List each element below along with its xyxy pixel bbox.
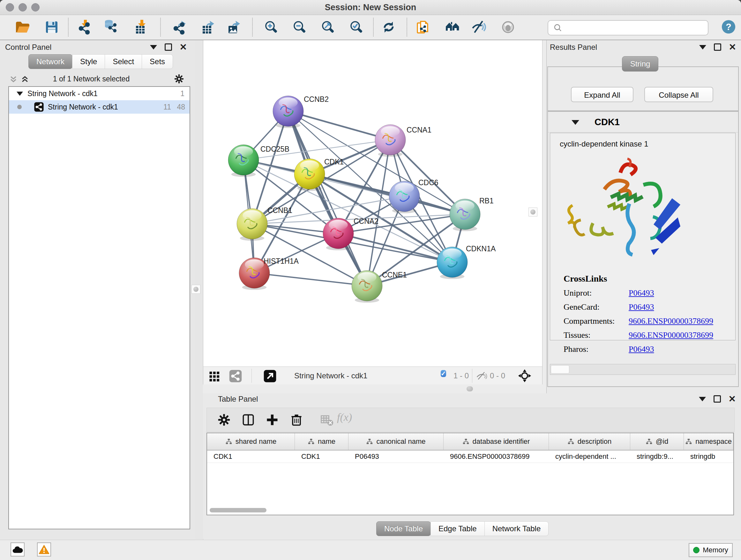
refresh-view-button[interactable]: [381, 19, 396, 35]
protein-details: cyclin-dependent kinase 1: [550, 133, 736, 340]
results-panel-float-icon[interactable]: [714, 44, 721, 51]
tab-network[interactable]: Network: [28, 54, 72, 69]
network-node-CCNA2[interactable]: CCNA2: [323, 217, 379, 250]
import-table-button[interactable]: [134, 19, 149, 35]
table-scrollbar[interactable]: [209, 507, 729, 513]
table-cell[interactable]: stringdb: [684, 450, 733, 462]
zoom-in-button[interactable]: [264, 19, 279, 35]
results-panel-close-icon[interactable]: ✕: [729, 44, 736, 51]
table-scroll-thumb[interactable]: [210, 508, 266, 512]
table-cell[interactable]: CDK1: [295, 450, 348, 462]
tab-node-table[interactable]: Node Table: [376, 521, 431, 536]
delete-column-trash-icon[interactable]: [289, 413, 304, 427]
table-panel-close-icon[interactable]: ✕: [729, 396, 736, 402]
expand-all-button[interactable]: Expand All: [571, 87, 633, 102]
protein-collapse-icon[interactable]: [571, 120, 579, 125]
network-node-HIST1H1A[interactable]: HIST1H1A: [239, 257, 299, 290]
table-panel-float-icon[interactable]: [714, 395, 721, 402]
fit-selected-crosshair-icon[interactable]: [518, 369, 532, 383]
tree-expand-icon[interactable]: [17, 91, 23, 96]
crosslink-link[interactable]: P06493: [629, 345, 654, 354]
horizontal-splitter-handle[interactable]: [467, 386, 473, 391]
protein-card-scrollbar[interactable]: [550, 364, 736, 375]
tab-string[interactable]: String: [622, 56, 658, 71]
table-cell[interactable]: P06493: [348, 450, 444, 462]
network-node-CDKN1A[interactable]: CDKN1A: [437, 245, 496, 279]
collapse-all-button[interactable]: Collapse All: [644, 87, 713, 102]
show-columns-icon[interactable]: [241, 413, 255, 427]
protein-card-scroll-thumb[interactable]: [551, 365, 569, 374]
column-header-database-identifier[interactable]: database identifier: [444, 433, 549, 450]
column-header-shared-name[interactable]: shared name: [207, 433, 295, 450]
crosslink-link[interactable]: P06493: [629, 302, 654, 312]
control-panel-close-icon[interactable]: ✕: [180, 44, 187, 51]
control-panel-collapse-icon[interactable]: [150, 45, 157, 50]
table-row[interactable]: CDK1CDK1P064939606.ENSP00000378699cyclin…: [207, 450, 733, 463]
column-header-@id[interactable]: @id: [630, 433, 684, 450]
network-canvas[interactable]: CCNB2CCNA1CDC25BCDK1CDC6RB1CCNB1CCNA2CDK…: [203, 40, 542, 367]
tab-style[interactable]: Style: [72, 54, 105, 69]
network-row[interactable]: String Network - cdk1 11 48: [9, 100, 190, 114]
tab-edge-table[interactable]: Edge Table: [430, 521, 485, 536]
tab-sets[interactable]: Sets: [142, 54, 173, 69]
left-splitter-handle[interactable]: [192, 285, 200, 294]
zoom-selected-button[interactable]: [349, 19, 364, 35]
network-collection-row[interactable]: String Network - cdk1 1: [9, 87, 190, 100]
network-node-CDK1[interactable]: CDK1: [294, 158, 344, 191]
table-cell[interactable]: 9606.ENSP00000378699: [444, 450, 549, 462]
right-splitter-handle[interactable]: [529, 207, 537, 216]
column-header-description[interactable]: description: [549, 433, 630, 450]
function-builder-icon[interactable]: f(x): [337, 411, 352, 425]
cloud-status-button[interactable]: [10, 543, 24, 557]
import-from-database-button[interactable]: [104, 19, 119, 35]
table-gear-icon[interactable]: [217, 413, 231, 427]
column-header-namespace[interactable]: namespace: [684, 433, 733, 450]
export-table-button[interactable]: [201, 19, 216, 35]
column-header-name[interactable]: name: [295, 433, 348, 450]
delete-table-icon[interactable]: [320, 413, 334, 427]
search-field[interactable]: [548, 20, 709, 36]
control-panel-float-icon[interactable]: [165, 44, 172, 51]
network-collection-label: String Network - cdk1: [27, 89, 98, 98]
export-network-button[interactable]: [172, 19, 188, 35]
export-image-button[interactable]: [226, 19, 242, 35]
column-header-canonical-name[interactable]: canonical name: [348, 433, 444, 450]
help-button[interactable]: ?: [721, 19, 736, 34]
table-cell[interactable]: cyclin-dependent ...: [549, 450, 630, 462]
network-node-RB1[interactable]: RB1: [450, 197, 494, 231]
string-network-icon: [34, 102, 44, 112]
table-cell[interactable]: stringdb:9...: [630, 450, 684, 462]
clone-network-button[interactable]: [416, 19, 431, 35]
detach-view-icon[interactable]: [263, 369, 277, 383]
crosslink-link[interactable]: 9606.ENSP00000378699: [629, 330, 713, 340]
tab-select[interactable]: Select: [105, 54, 142, 69]
table-panel-collapse-icon[interactable]: [699, 397, 706, 401]
table-cell[interactable]: CDK1: [207, 450, 295, 462]
network-badge-icon[interactable]: [229, 369, 242, 383]
open-session-button[interactable]: [15, 19, 30, 35]
hide-graphics-details-button[interactable]: [471, 19, 487, 35]
save-session-button[interactable]: [44, 19, 59, 35]
zoom-selected-icon: [349, 19, 364, 35]
network-options-gear-icon[interactable]: [174, 73, 185, 84]
hidden-eye-icon[interactable]: [476, 371, 487, 381]
zoom-out-button[interactable]: [292, 19, 307, 35]
zoom-fit-button[interactable]: [320, 19, 336, 35]
warning-button[interactable]: [37, 543, 51, 557]
results-panel-collapse-icon[interactable]: [699, 45, 706, 50]
selected-checkbox[interactable]: ✓: [441, 369, 446, 378]
memory-button[interactable]: Memory: [689, 543, 733, 557]
network-node-CCNB1[interactable]: CCNB1: [237, 206, 292, 241]
edge-count: 48: [177, 103, 185, 111]
network-node-CCNE1[interactable]: CCNE1: [352, 270, 407, 303]
network-node-CDC6[interactable]: CDC6: [389, 179, 439, 213]
first-neighbors-button[interactable]: [445, 19, 460, 35]
tab-network-table[interactable]: Network Table: [484, 521, 549, 536]
import-network-button[interactable]: [77, 19, 93, 35]
show-graphics-details-button[interactable]: [500, 19, 516, 35]
crosslink-link[interactable]: P06493: [629, 288, 654, 298]
grid-view-icon[interactable]: [208, 369, 222, 383]
add-column-icon[interactable]: [265, 413, 279, 427]
crosslink-link[interactable]: 9606.ENSP00000378699: [629, 316, 713, 326]
search-input[interactable]: [565, 23, 708, 33]
